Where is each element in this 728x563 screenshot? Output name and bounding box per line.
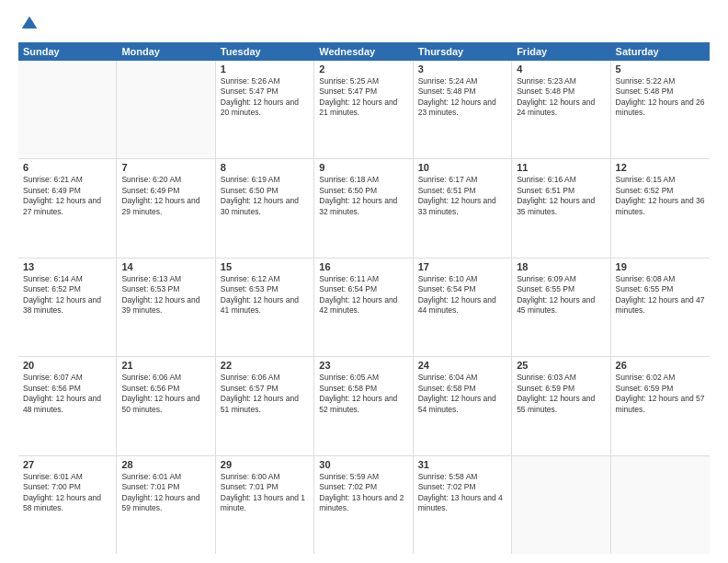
calendar-cell-1-2 (117, 61, 215, 158)
calendar-cell-2-1: 6Sunrise: 6:21 AM Sunset: 6:49 PM Daylig… (18, 159, 117, 257)
day-info: Sunrise: 6:19 AM Sunset: 6:50 PM Dayligh… (221, 175, 309, 217)
day-info: Sunrise: 6:02 AM Sunset: 6:59 PM Dayligh… (616, 373, 705, 415)
day-info: Sunrise: 5:59 AM Sunset: 7:02 PM Dayligh… (319, 472, 407, 514)
calendar-cell-5-6 (512, 456, 610, 554)
day-info: Sunrise: 6:18 AM Sunset: 6:50 PM Dayligh… (319, 175, 407, 217)
weekday-saturday: Saturday (611, 42, 710, 61)
calendar-cell-4-3: 22Sunrise: 6:06 AM Sunset: 6:57 PM Dayli… (216, 357, 314, 454)
day-number: 3 (418, 63, 506, 75)
day-info: Sunrise: 6:01 AM Sunset: 7:00 PM Dayligh… (23, 472, 111, 514)
calendar-cell-3-2: 14Sunrise: 6:13 AM Sunset: 6:53 PM Dayli… (117, 259, 215, 356)
day-info: Sunrise: 6:16 AM Sunset: 6:51 PM Dayligh… (517, 175, 605, 217)
day-number: 22 (221, 360, 309, 371)
calendar-cell-4-6: 25Sunrise: 6:03 AM Sunset: 6:59 PM Dayli… (512, 357, 610, 454)
logo (18, 15, 39, 33)
calendar-cell-3-7: 19Sunrise: 6:08 AM Sunset: 6:55 PM Dayli… (611, 259, 710, 356)
calendar-row-2: 6Sunrise: 6:21 AM Sunset: 6:49 PM Daylig… (18, 159, 710, 258)
day-number: 23 (319, 360, 407, 371)
calendar-cell-1-6: 4Sunrise: 5:23 AM Sunset: 5:48 PM Daylig… (512, 61, 610, 158)
day-info: Sunrise: 6:01 AM Sunset: 7:01 PM Dayligh… (121, 472, 210, 514)
day-number: 21 (121, 360, 210, 371)
calendar-cell-1-4: 2Sunrise: 5:25 AM Sunset: 5:47 PM Daylig… (314, 61, 413, 158)
day-info: Sunrise: 6:06 AM Sunset: 6:56 PM Dayligh… (121, 373, 210, 415)
weekday-thursday: Thursday (414, 42, 512, 61)
calendar-cell-2-5: 10Sunrise: 6:17 AM Sunset: 6:51 PM Dayli… (414, 159, 512, 257)
day-info: Sunrise: 6:03 AM Sunset: 6:59 PM Dayligh… (517, 373, 605, 415)
day-info: Sunrise: 6:15 AM Sunset: 6:52 PM Dayligh… (616, 175, 705, 217)
day-number: 5 (616, 63, 705, 75)
day-info: Sunrise: 6:13 AM Sunset: 6:53 PM Dayligh… (121, 274, 210, 316)
weekday-tuesday: Tuesday (216, 42, 314, 61)
day-info: Sunrise: 6:09 AM Sunset: 6:55 PM Dayligh… (517, 274, 605, 316)
calendar-cell-5-2: 28Sunrise: 6:01 AM Sunset: 7:01 PM Dayli… (117, 456, 215, 554)
day-info: Sunrise: 6:00 AM Sunset: 7:01 PM Dayligh… (221, 472, 309, 514)
day-info: Sunrise: 6:05 AM Sunset: 6:58 PM Dayligh… (319, 373, 407, 415)
calendar-cell-1-3: 1Sunrise: 5:26 AM Sunset: 5:47 PM Daylig… (216, 61, 314, 158)
calendar-cell-1-1 (18, 61, 117, 158)
day-info: Sunrise: 6:10 AM Sunset: 6:54 PM Dayligh… (418, 274, 506, 316)
day-info: Sunrise: 6:20 AM Sunset: 6:49 PM Dayligh… (121, 175, 210, 217)
calendar-cell-4-2: 21Sunrise: 6:06 AM Sunset: 6:56 PM Dayli… (117, 357, 215, 454)
day-number: 11 (517, 162, 605, 173)
day-info: Sunrise: 5:24 AM Sunset: 5:48 PM Dayligh… (418, 76, 506, 119)
calendar-header: Sunday Monday Tuesday Wednesday Thursday… (18, 42, 710, 61)
day-number: 26 (616, 360, 705, 371)
calendar-cell-5-7 (611, 456, 710, 554)
calendar: Sunday Monday Tuesday Wednesday Thursday… (18, 42, 710, 554)
day-number: 27 (23, 459, 111, 470)
page-header (18, 15, 710, 33)
calendar-row-3: 13Sunrise: 6:14 AM Sunset: 6:52 PM Dayli… (18, 259, 710, 357)
calendar-cell-3-3: 15Sunrise: 6:12 AM Sunset: 6:53 PM Dayli… (216, 259, 314, 356)
calendar-cell-4-7: 26Sunrise: 6:02 AM Sunset: 6:59 PM Dayli… (611, 357, 710, 454)
calendar-cell-5-5: 31Sunrise: 5:58 AM Sunset: 7:02 PM Dayli… (414, 456, 512, 554)
calendar-cell-1-5: 3Sunrise: 5:24 AM Sunset: 5:48 PM Daylig… (414, 61, 512, 158)
day-info: Sunrise: 6:07 AM Sunset: 6:56 PM Dayligh… (23, 373, 111, 415)
day-info: Sunrise: 6:14 AM Sunset: 6:52 PM Dayligh… (23, 274, 111, 316)
day-number: 18 (517, 261, 605, 272)
calendar-cell-2-3: 8Sunrise: 6:19 AM Sunset: 6:50 PM Daylig… (216, 159, 314, 257)
day-number: 7 (121, 162, 210, 173)
day-number: 16 (319, 261, 407, 272)
day-number: 1 (221, 63, 309, 75)
calendar-row-4: 20Sunrise: 6:07 AM Sunset: 6:56 PM Dayli… (18, 357, 710, 455)
weekday-sunday: Sunday (18, 42, 117, 61)
day-info: Sunrise: 5:26 AM Sunset: 5:47 PM Dayligh… (221, 76, 309, 119)
day-info: Sunrise: 6:08 AM Sunset: 6:55 PM Dayligh… (616, 274, 705, 316)
calendar-cell-3-6: 18Sunrise: 6:09 AM Sunset: 6:55 PM Dayli… (512, 259, 610, 356)
calendar-cell-3-4: 16Sunrise: 6:11 AM Sunset: 6:54 PM Dayli… (314, 259, 413, 356)
day-info: Sunrise: 6:11 AM Sunset: 6:54 PM Dayligh… (319, 274, 407, 316)
calendar-cell-2-7: 12Sunrise: 6:15 AM Sunset: 6:52 PM Dayli… (611, 159, 710, 257)
calendar-cell-4-5: 24Sunrise: 6:04 AM Sunset: 6:58 PM Dayli… (414, 357, 512, 454)
calendar-cell-5-3: 29Sunrise: 6:00 AM Sunset: 7:01 PM Dayli… (216, 456, 314, 554)
day-number: 30 (319, 459, 407, 470)
day-info: Sunrise: 6:21 AM Sunset: 6:49 PM Dayligh… (23, 175, 111, 217)
day-number: 9 (319, 162, 407, 173)
day-number: 14 (121, 261, 210, 272)
calendar-cell-3-1: 13Sunrise: 6:14 AM Sunset: 6:52 PM Dayli… (18, 259, 117, 356)
day-number: 15 (221, 261, 309, 272)
day-info: Sunrise: 6:17 AM Sunset: 6:51 PM Dayligh… (418, 175, 506, 217)
day-info: Sunrise: 5:25 AM Sunset: 5:47 PM Dayligh… (319, 76, 407, 119)
calendar-cell-4-4: 23Sunrise: 6:05 AM Sunset: 6:58 PM Dayli… (314, 357, 413, 454)
day-number: 28 (121, 459, 210, 470)
day-info: Sunrise: 5:22 AM Sunset: 5:48 PM Dayligh… (616, 76, 705, 119)
logo-icon (20, 15, 39, 33)
day-number: 12 (616, 162, 705, 173)
day-number: 17 (418, 261, 506, 272)
day-number: 31 (418, 459, 506, 470)
calendar-cell-3-5: 17Sunrise: 6:10 AM Sunset: 6:54 PM Dayli… (414, 259, 512, 356)
day-number: 19 (616, 261, 705, 272)
day-number: 25 (517, 360, 605, 371)
day-info: Sunrise: 5:58 AM Sunset: 7:02 PM Dayligh… (418, 472, 506, 514)
calendar-cell-1-7: 5Sunrise: 5:22 AM Sunset: 5:48 PM Daylig… (611, 61, 710, 158)
calendar-cell-4-1: 20Sunrise: 6:07 AM Sunset: 6:56 PM Dayli… (18, 357, 117, 454)
calendar-cell-2-4: 9Sunrise: 6:18 AM Sunset: 6:50 PM Daylig… (314, 159, 413, 257)
day-info: Sunrise: 6:04 AM Sunset: 6:58 PM Dayligh… (418, 373, 506, 415)
day-number: 29 (221, 459, 309, 470)
weekday-wednesday: Wednesday (314, 42, 413, 61)
weekday-friday: Friday (512, 42, 610, 61)
day-number: 10 (418, 162, 506, 173)
day-number: 24 (418, 360, 506, 371)
calendar-row-1: 1Sunrise: 5:26 AM Sunset: 5:47 PM Daylig… (18, 61, 710, 159)
day-number: 4 (517, 63, 605, 75)
